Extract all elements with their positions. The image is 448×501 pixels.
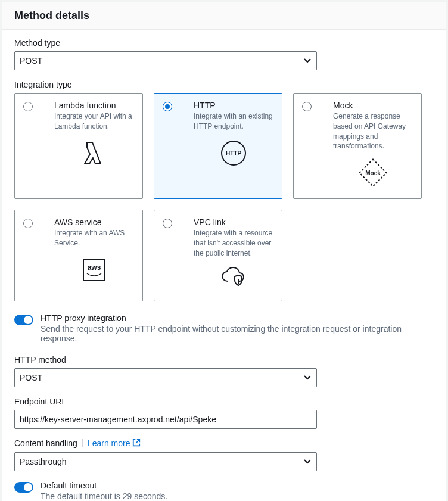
http-method-field: HTTP method POST bbox=[14, 355, 434, 387]
tile-desc-http: Integrate with an existing HTTP endpoint… bbox=[194, 111, 273, 132]
integration-tile-lambda[interactable]: Lambda function Integrate your API with … bbox=[14, 93, 143, 199]
integration-type-field: Integration type Lambda function Integra… bbox=[14, 80, 434, 301]
tile-title-vpc: VPC link bbox=[194, 217, 273, 227]
external-link-icon bbox=[132, 438, 141, 449]
radio-http[interactable] bbox=[163, 102, 172, 111]
label-divider bbox=[82, 439, 83, 447]
endpoint-url-label: Endpoint URL bbox=[14, 397, 434, 406]
method-type-field: Method type POST bbox=[14, 38, 434, 70]
endpoint-url-field: Endpoint URL bbox=[14, 397, 434, 429]
tile-title-aws: AWS service bbox=[54, 217, 134, 227]
panel-header: Method details bbox=[2, 2, 446, 30]
integration-tile-vpc[interactable]: VPC link Integrate with a resource that … bbox=[154, 210, 282, 301]
lambda-icon bbox=[80, 139, 108, 169]
aws-icon: aws bbox=[80, 256, 108, 286]
tile-title-http: HTTP bbox=[194, 101, 273, 110]
radio-aws[interactable] bbox=[23, 219, 33, 228]
integration-tile-mock[interactable]: Mock Generate a response based on API Ga… bbox=[293, 93, 422, 199]
tile-title-mock: Mock bbox=[333, 101, 413, 110]
mock-icon: Mock bbox=[359, 158, 387, 189]
tile-desc-aws: Integrate with an AWS Service. bbox=[54, 228, 134, 248]
tile-title-lambda: Lambda function bbox=[54, 101, 134, 110]
integration-tile-aws[interactable]: AWS service Integrate with an AWS Servic… bbox=[14, 210, 143, 301]
http-proxy-desc: Send the request to your HTTP endpoint w… bbox=[41, 324, 434, 343]
http-icon: HTTP bbox=[219, 139, 248, 169]
method-details-panel: Method details Method type POST Integrat… bbox=[2, 2, 446, 501]
radio-vpc[interactable] bbox=[163, 219, 172, 228]
radio-mock[interactable] bbox=[302, 102, 312, 111]
learn-more-link[interactable]: Learn more bbox=[88, 438, 141, 449]
integration-type-label: Integration type bbox=[14, 80, 434, 89]
svg-text:HTTP: HTTP bbox=[226, 150, 241, 157]
default-timeout-desc: The default timeout is 29 seconds. bbox=[41, 491, 167, 501]
content-handling-field: Content handling Learn more Passthrough bbox=[14, 438, 434, 471]
svg-text:Mock: Mock bbox=[365, 170, 381, 176]
default-timeout-title: Default timeout bbox=[41, 481, 167, 490]
svg-text:aws: aws bbox=[88, 263, 101, 272]
content-handling-label: Content handling bbox=[14, 438, 77, 448]
vpc-cloud-shield-icon bbox=[219, 266, 248, 291]
http-proxy-toggle[interactable] bbox=[14, 315, 33, 325]
panel-title: Method details bbox=[14, 10, 434, 22]
default-timeout-toggle[interactable] bbox=[14, 482, 33, 493]
method-type-select[interactable]: POST bbox=[14, 51, 317, 70]
http-proxy-toggle-row: HTTP proxy integration Send the request … bbox=[14, 313, 434, 343]
tile-desc-vpc: Integrate with a resource that isn't acc… bbox=[194, 228, 273, 258]
http-method-label: HTTP method bbox=[14, 355, 434, 365]
radio-lambda[interactable] bbox=[23, 102, 33, 111]
default-timeout-toggle-row: Default timeout The default timeout is 2… bbox=[14, 481, 434, 501]
method-type-label: Method type bbox=[14, 38, 434, 48]
tile-desc-mock: Generate a response based on API Gateway… bbox=[333, 111, 413, 151]
http-method-select[interactable]: POST bbox=[14, 368, 317, 387]
content-handling-select[interactable]: Passthrough bbox=[14, 452, 317, 471]
endpoint-url-input[interactable] bbox=[14, 410, 317, 429]
tile-desc-lambda: Integrate your API with a Lambda functio… bbox=[54, 111, 134, 132]
integration-tile-http[interactable]: HTTP Integrate with an existing HTTP end… bbox=[154, 93, 282, 199]
http-proxy-title: HTTP proxy integration bbox=[41, 313, 434, 323]
